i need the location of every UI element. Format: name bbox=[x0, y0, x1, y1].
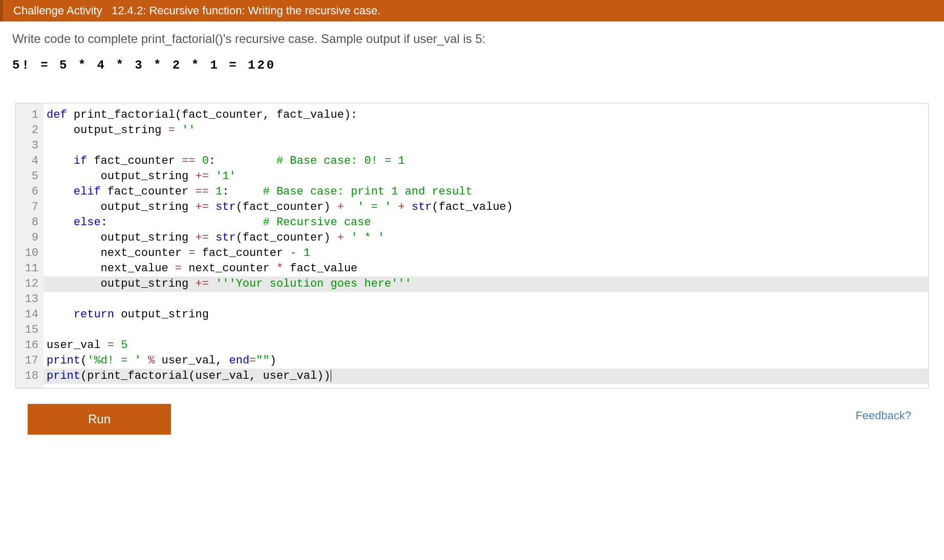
code-line[interactable]: if fact_counter == 0: # Base case: 0! = … bbox=[44, 154, 928, 169]
code-editor[interactable]: 123456789101112131415161718 def print_fa… bbox=[15, 103, 929, 389]
code-line[interactable]: else: # Recursive case bbox=[44, 215, 928, 230]
line-number: 6 bbox=[23, 184, 38, 200]
code-line[interactable]: next_value = next_counter * fact_value bbox=[44, 261, 928, 276]
challenge-label: Challenge Activity bbox=[13, 4, 102, 17]
line-number: 8 bbox=[23, 215, 38, 230]
code-line[interactable]: next_counter = fact_counter - 1 bbox=[44, 246, 928, 261]
line-number: 5 bbox=[23, 169, 38, 184]
code-line[interactable] bbox=[44, 322, 928, 338]
code-line[interactable]: output_string = '' bbox=[44, 123, 928, 138]
code-line[interactable] bbox=[44, 292, 928, 307]
line-number: 16 bbox=[23, 338, 38, 353]
line-number: 1 bbox=[23, 107, 38, 123]
challenge-header: Challenge Activity 12.4.2: Recursive fun… bbox=[0, 0, 944, 21]
challenge-number: 12.4.2: bbox=[112, 4, 146, 17]
code-body[interactable]: def print_factorial(fact_counter, fact_v… bbox=[44, 103, 928, 388]
code-line[interactable]: output_string += '1' bbox=[44, 169, 928, 184]
content-area: Write code to complete print_factorial()… bbox=[0, 21, 944, 445]
line-number: 14 bbox=[23, 307, 38, 322]
code-line[interactable]: return output_string bbox=[44, 307, 928, 322]
code-line[interactable]: def print_factorial(fact_counter, fact_v… bbox=[44, 107, 928, 123]
code-line[interactable]: elif fact_counter == 1: # Base case: pri… bbox=[44, 184, 928, 200]
line-number-gutter: 123456789101112131415161718 bbox=[16, 103, 44, 388]
challenge-title: Recursive function: Writing the recursiv… bbox=[149, 4, 380, 17]
line-number: 13 bbox=[23, 292, 38, 307]
code-line[interactable]: user_val = 5 bbox=[44, 338, 928, 353]
line-number: 9 bbox=[23, 230, 38, 246]
line-number: 10 bbox=[23, 246, 38, 261]
code-line[interactable]: output_string += str(fact_counter) + ' =… bbox=[44, 200, 928, 215]
code-line[interactable]: output_string += str(fact_counter) + ' *… bbox=[44, 230, 928, 246]
instruction-text: Write code to complete print_factorial()… bbox=[12, 32, 932, 46]
line-number: 2 bbox=[23, 123, 38, 138]
line-number: 11 bbox=[23, 261, 38, 276]
line-number: 15 bbox=[23, 322, 38, 338]
line-number: 7 bbox=[23, 200, 38, 215]
line-number: 18 bbox=[23, 369, 38, 384]
code-line[interactable]: print('%d! = ' % user_val, end="") bbox=[44, 353, 928, 369]
code-line[interactable]: output_string += '''Your solution goes h… bbox=[44, 276, 928, 292]
code-line[interactable] bbox=[44, 138, 928, 154]
line-number: 12 bbox=[23, 276, 38, 292]
run-button[interactable]: Run bbox=[28, 404, 171, 435]
line-number: 3 bbox=[23, 138, 38, 154]
sample-output: 5! = 5 * 4 * 3 * 2 * 1 = 120 bbox=[12, 58, 932, 72]
line-number: 4 bbox=[23, 154, 38, 169]
line-number: 17 bbox=[23, 353, 38, 369]
feedback-link[interactable]: Feedback? bbox=[855, 409, 911, 422]
code-line[interactable]: print(print_factorial(user_val, user_val… bbox=[44, 369, 928, 384]
